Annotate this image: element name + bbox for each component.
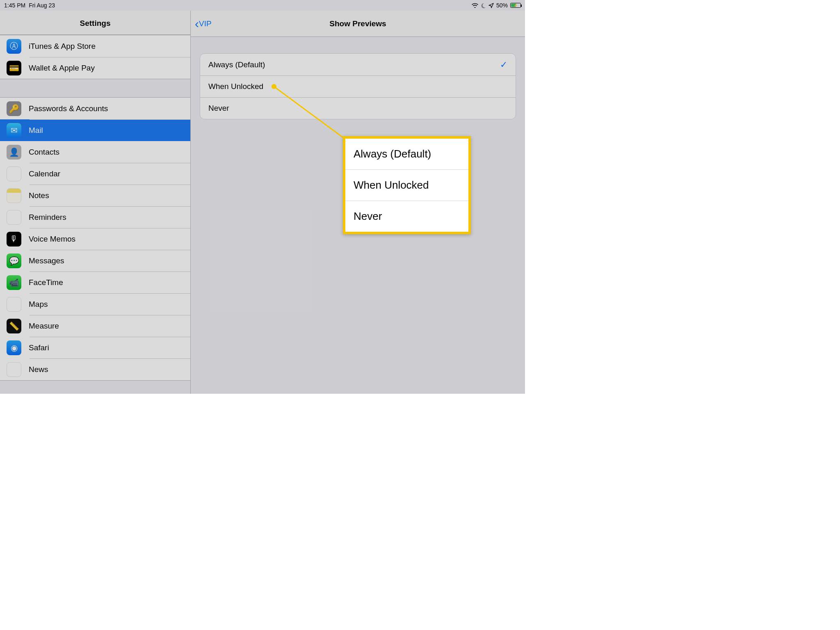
mail-icon: ✉ — [7, 123, 21, 138]
sidebar-item-label: Messages — [29, 256, 64, 265]
sidebar-item-label: Maps — [29, 300, 48, 309]
moon-icon — [481, 3, 486, 8]
callout-item: Always (Default) — [345, 139, 468, 169]
sidebar-item-facetime[interactable]: 📹FaceTime — [0, 272, 190, 293]
battery-icon: ⚡ — [510, 3, 521, 8]
callout-leader-dot — [272, 84, 276, 89]
sidebar-item-wallet[interactable]: 💳Wallet & Apple Pay — [0, 57, 190, 79]
check-icon: ✓ — [500, 59, 507, 70]
maps-icon: 🗺 — [7, 297, 21, 312]
sidebar-item-safari[interactable]: ◉Safari — [0, 337, 190, 358]
reminders-icon — [7, 210, 21, 225]
calendar-icon — [7, 167, 21, 181]
preview-option[interactable]: Never — [200, 97, 516, 119]
status-date: Fri Aug 23 — [29, 2, 55, 9]
sidebar-title: Settings — [0, 11, 190, 34]
status-time: 1:45 PM — [4, 2, 25, 9]
sidebar-item-label: Voice Memos — [29, 235, 75, 244]
wallet-icon: 💳 — [7, 61, 21, 75]
contacts-icon: 👤 — [7, 145, 21, 160]
sidebar-item-label: Notes — [29, 191, 49, 200]
news-icon: N — [7, 362, 21, 377]
callout-item: Never — [345, 201, 468, 232]
detail-title: Show Previews — [329, 19, 386, 28]
sidebar-item-label: Measure — [29, 322, 59, 331]
location-icon — [488, 3, 494, 8]
back-button[interactable]: ‹ VIP — [195, 11, 212, 37]
sidebar-item-appstore[interactable]: ⒶiTunes & App Store — [0, 35, 190, 57]
sidebar-item-label: Passwords & Accounts — [29, 104, 108, 113]
facetime-icon: 📹 — [7, 275, 21, 290]
option-label: Always (Default) — [208, 60, 265, 69]
voice-icon: 🎙 — [7, 232, 21, 247]
detail-header: ‹ VIP Show Previews — [191, 11, 525, 37]
sidebar-item-notes[interactable]: Notes — [0, 185, 190, 206]
sidebar-item-label: News — [29, 365, 48, 374]
settings-sidebar: Settings ⒶiTunes & App Store💳Wallet & Ap… — [0, 11, 191, 394]
sidebar-item-label: Wallet & Apple Pay — [29, 64, 95, 73]
battery-percent: 50% — [496, 2, 508, 9]
sidebar-item-label: iTunes & App Store — [29, 42, 96, 51]
wifi-icon — [472, 3, 478, 8]
sidebar-item-label: Reminders — [29, 213, 66, 222]
sidebar-item-news[interactable]: NNews — [0, 358, 190, 380]
sidebar-item-messages[interactable]: 💬Messages — [0, 250, 190, 272]
option-label: Never — [208, 104, 229, 113]
back-label: VIP — [199, 19, 212, 28]
preview-option[interactable]: Always (Default)✓ — [200, 54, 516, 75]
option-label: When Unlocked — [208, 82, 263, 91]
appstore-icon: Ⓐ — [7, 39, 21, 54]
sidebar-item-reminders[interactable]: Reminders — [0, 206, 190, 228]
callout-panel: Always (Default)When UnlockedNever — [343, 136, 471, 234]
sidebar-item-mail[interactable]: ✉Mail — [0, 119, 190, 141]
sidebar-item-voice[interactable]: 🎙Voice Memos — [0, 228, 190, 250]
passwords-icon: 🔑 — [7, 101, 21, 116]
status-bar: 1:45 PM Fri Aug 23 50% ⚡ — [0, 0, 525, 11]
sidebar-item-label: Safari — [29, 343, 49, 352]
sidebar-item-maps[interactable]: 🗺Maps — [0, 293, 190, 315]
messages-icon: 💬 — [7, 253, 21, 268]
sidebar-item-label: Calendar — [29, 169, 60, 178]
notes-icon — [7, 188, 21, 203]
measure-icon: 📏 — [7, 319, 21, 333]
sidebar-item-label: FaceTime — [29, 278, 63, 287]
sidebar-item-measure[interactable]: 📏Measure — [0, 315, 190, 337]
safari-icon: ◉ — [7, 340, 21, 355]
sidebar-item-label: Mail — [29, 126, 43, 135]
sidebar-item-label: Contacts — [29, 148, 59, 157]
callout-item: When Unlocked — [345, 169, 468, 201]
sidebar-item-passwords[interactable]: 🔑Passwords & Accounts — [0, 98, 190, 119]
sidebar-item-contacts[interactable]: 👤Contacts — [0, 141, 190, 163]
preview-option[interactable]: When Unlocked — [200, 75, 516, 97]
sidebar-item-calendar[interactable]: Calendar — [0, 163, 190, 185]
